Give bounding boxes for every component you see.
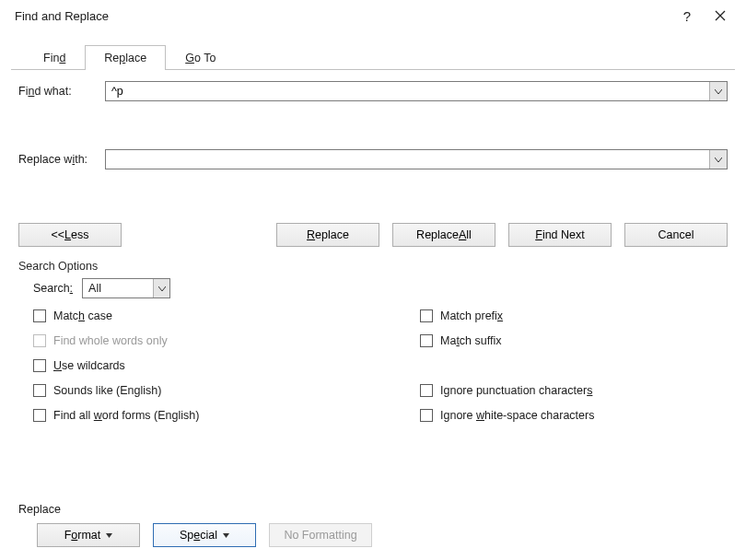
- tab-find[interactable]: Find: [24, 45, 85, 70]
- checkbox-icon: [33, 309, 46, 322]
- close-button[interactable]: [704, 2, 737, 29]
- replace-with-input[interactable]: [106, 150, 709, 169]
- replace-button[interactable]: Replace: [276, 223, 379, 247]
- find-what-combo[interactable]: [105, 81, 728, 101]
- chevron-down-icon: [715, 158, 722, 162]
- checkbox-icon: [33, 334, 46, 347]
- search-direction-dropdown[interactable]: All: [82, 278, 170, 298]
- dropdown-arrow-icon: [223, 533, 229, 538]
- checkbox-icon: [420, 384, 433, 397]
- replace-all-button[interactable]: Replace All: [392, 223, 495, 247]
- cancel-button[interactable]: Cancel: [624, 223, 728, 247]
- find-what-label: Find what:: [18, 85, 105, 98]
- use-wildcards-checkbox[interactable]: Use wildcards: [33, 357, 368, 374]
- search-direction-label: Search:: [33, 282, 73, 295]
- checkbox-icon: [33, 409, 46, 422]
- checkbox-icon: [33, 359, 46, 372]
- checkbox-icon: [420, 409, 433, 422]
- match-suffix-checkbox[interactable]: Match suffix: [420, 332, 682, 349]
- replace-with-combo[interactable]: [105, 149, 728, 169]
- tab-goto[interactable]: Go To: [166, 45, 235, 70]
- svg-marker-1: [223, 533, 229, 538]
- svg-marker-0: [106, 533, 112, 538]
- checkbox-icon: [420, 334, 433, 347]
- tab-replace[interactable]: Replace: [85, 45, 166, 70]
- search-direction-drop-button[interactable]: [153, 279, 169, 298]
- dropdown-arrow-icon: [106, 533, 112, 538]
- close-icon: [715, 10, 726, 21]
- find-what-dropdown[interactable]: [709, 82, 727, 100]
- search-options-heading: Search Options: [18, 260, 728, 273]
- match-prefix-checkbox[interactable]: Match prefix: [420, 308, 682, 324]
- find-next-button[interactable]: Find Next: [508, 223, 612, 247]
- sounds-like-checkbox[interactable]: Sounds like (English): [33, 382, 368, 399]
- format-button[interactable]: Format: [37, 523, 140, 547]
- no-formatting-button: No Formatting: [269, 523, 372, 547]
- ignore-whitespace-checkbox[interactable]: Ignore white-space characters: [420, 407, 682, 424]
- whole-words-checkbox: Find whole words only: [33, 332, 368, 349]
- special-button[interactable]: Special: [153, 523, 256, 547]
- replace-with-label: Replace with:: [18, 153, 105, 166]
- dialog-title: Find and Replace: [15, 9, 109, 23]
- word-forms-checkbox[interactable]: Find all word forms (English): [33, 407, 368, 424]
- checkbox-icon: [33, 384, 46, 397]
- less-button[interactable]: << Less: [18, 223, 122, 247]
- match-case-checkbox[interactable]: Match case: [33, 308, 368, 324]
- help-button[interactable]: ?: [670, 2, 704, 29]
- chevron-down-icon: [715, 89, 722, 94]
- replace-section-heading: Replace: [18, 503, 728, 516]
- ignore-punctuation-checkbox[interactable]: Ignore punctuation characters: [420, 382, 682, 399]
- chevron-down-icon: [158, 286, 166, 291]
- replace-with-dropdown[interactable]: [709, 150, 727, 169]
- checkbox-icon: [420, 309, 433, 322]
- find-what-input[interactable]: [106, 82, 709, 100]
